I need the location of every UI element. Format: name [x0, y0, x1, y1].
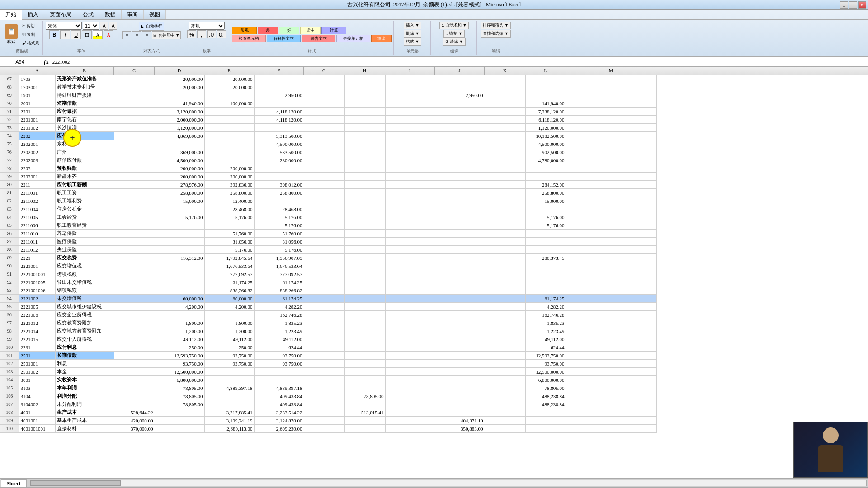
cell-col-b[interactable]: 应交增值税: [55, 262, 114, 270]
cell-col-i[interactable]: [385, 295, 435, 303]
insert-cells-button[interactable]: 插入 ▼: [404, 22, 421, 29]
cell-col-k[interactable]: [485, 417, 525, 425]
cell-col-h[interactable]: [344, 173, 385, 181]
cell-col-a[interactable]: 3001: [19, 376, 55, 384]
table-row[interactable]: 762202002广州369,000.00533,500.00902,500.0…: [0, 148, 656, 156]
cell-col-f[interactable]: 398,012.00: [254, 181, 304, 189]
cell-col-g[interactable]: [304, 75, 344, 83]
cell-col-m[interactable]: [566, 327, 656, 335]
cell-col-a[interactable]: 3103: [19, 384, 55, 392]
cell-col-j[interactable]: [435, 295, 485, 303]
col-header-i[interactable]: I: [385, 67, 435, 75]
cell-col-c[interactable]: [114, 197, 155, 205]
cell-col-j[interactable]: [435, 319, 485, 327]
cell-col-g[interactable]: [304, 270, 344, 278]
col-header-l[interactable]: L: [525, 67, 566, 75]
table-row[interactable]: 872211011医疗保险31,056.0031,056.00: [0, 238, 656, 246]
cell-col-f[interactable]: 31,056.00: [254, 238, 304, 246]
cell-col-i[interactable]: [385, 400, 435, 408]
cell-col-e[interactable]: 4,200.00: [204, 303, 254, 311]
copy-button[interactable]: ⿻ 复制: [21, 31, 41, 38]
cell-col-m[interactable]: [566, 124, 656, 132]
cell-col-e[interactable]: 1,676,533.64: [204, 262, 254, 270]
cell-col-k[interactable]: [485, 254, 525, 262]
cell-col-d[interactable]: [155, 417, 204, 425]
cell-col-d[interactable]: 1,800.00: [155, 319, 204, 327]
cell-col-j[interactable]: [435, 132, 485, 140]
cell-col-k[interactable]: [485, 238, 525, 246]
cell-col-h[interactable]: [344, 335, 385, 343]
col-header-h[interactable]: H: [344, 67, 385, 75]
cell-col-f[interactable]: 5,176.00: [254, 246, 304, 254]
cell-col-c[interactable]: [114, 205, 155, 213]
cell-col-d[interactable]: 200,000.00: [155, 164, 204, 173]
cell-col-g[interactable]: [304, 278, 344, 286]
cell-col-h[interactable]: [344, 213, 385, 221]
cell-col-b[interactable]: 医疗保险: [55, 238, 114, 246]
cell-col-k[interactable]: [485, 156, 525, 164]
cell-col-a[interactable]: 2203001: [19, 173, 55, 181]
cell-col-f[interactable]: 4,500,000.00: [254, 140, 304, 148]
cell-col-g[interactable]: [304, 360, 344, 368]
cell-col-i[interactable]: [385, 360, 435, 368]
cell-col-f[interactable]: 28,468.00: [254, 205, 304, 213]
cell-col-l[interactable]: 1,835.23: [525, 319, 566, 327]
cell-col-h[interactable]: [344, 189, 385, 197]
cell-col-m[interactable]: [566, 221, 656, 230]
cell-col-j[interactable]: [435, 311, 485, 319]
cell-col-f[interactable]: [254, 368, 304, 376]
cell-col-g[interactable]: [304, 262, 344, 270]
table-row[interactable]: 1073104002未分配利润78,805.00409,433.84488,23…: [0, 400, 656, 408]
percent-button[interactable]: %: [187, 30, 196, 38]
cell-col-e[interactable]: 250.00: [204, 343, 254, 352]
cell-col-k[interactable]: [485, 91, 525, 99]
cell-col-f[interactable]: 162,746.28: [254, 311, 304, 319]
cell-col-d[interactable]: 4,869,000.00: [155, 132, 204, 140]
cell-col-a[interactable]: 2211002: [19, 197, 55, 205]
cell-col-h[interactable]: [344, 108, 385, 116]
col-header-c[interactable]: C: [114, 67, 155, 75]
cell-col-k[interactable]: [485, 75, 525, 83]
cell-col-d[interactable]: [155, 91, 204, 99]
cell-col-m[interactable]: [566, 400, 656, 408]
cell-col-a[interactable]: 2201001: [19, 116, 55, 124]
cell-col-f[interactable]: 49,112.00: [254, 335, 304, 343]
cell-col-f[interactable]: 61,174.25: [254, 278, 304, 286]
cell-col-l[interactable]: [525, 238, 566, 246]
cell-col-k[interactable]: [485, 286, 525, 295]
table-row[interactable]: 782203预收账款200,000.00200,000.00: [0, 164, 656, 173]
cell-col-g[interactable]: [304, 400, 344, 408]
decrease-decimal-button[interactable]: 0.: [217, 30, 226, 38]
cell-col-l[interactable]: 141,940.00: [525, 99, 566, 108]
cell-col-d[interactable]: 15,000.00: [155, 197, 204, 205]
cell-col-a[interactable]: 2211004: [19, 205, 55, 213]
cell-col-h[interactable]: [344, 83, 385, 91]
cell-col-e[interactable]: [204, 368, 254, 376]
cell-col-a[interactable]: 2211006: [19, 221, 55, 230]
cell-col-l[interactable]: 902,500.00: [525, 148, 566, 156]
cell-col-h[interactable]: [344, 91, 385, 99]
corner-cell[interactable]: [0, 67, 19, 75]
cell-col-k[interactable]: [485, 262, 525, 270]
tab-page-layout[interactable]: 页面布局: [44, 10, 77, 19]
bold-button[interactable]: B: [49, 30, 59, 39]
cell-col-j[interactable]: [435, 140, 485, 148]
cell-col-i[interactable]: [385, 108, 435, 116]
cell-col-m[interactable]: [566, 384, 656, 392]
cell-col-j[interactable]: [435, 352, 485, 360]
cell-col-b[interactable]: 职工福利费: [55, 197, 114, 205]
cell-col-h[interactable]: [344, 116, 385, 124]
format-painter-button[interactable]: 🖌 格式刷: [21, 39, 41, 47]
table-row[interactable]: 772202003筋信应付款4,500,000.00280,000.004,78…: [0, 156, 656, 164]
cell-col-i[interactable]: [385, 213, 435, 221]
cell-col-l[interactable]: 15,000.00: [525, 197, 566, 205]
cell-col-d[interactable]: 41,940.00: [155, 99, 204, 108]
cell-col-h[interactable]: [344, 238, 385, 246]
style-neutral[interactable]: 适中: [300, 27, 321, 34]
cell-col-d[interactable]: [155, 286, 204, 295]
cell-col-d[interactable]: 49,112.00: [155, 335, 204, 343]
cell-col-c[interactable]: [114, 254, 155, 262]
cell-col-e[interactable]: 838,266.82: [204, 286, 254, 295]
cell-col-b[interactable]: 应付利息: [55, 343, 114, 352]
cell-col-e[interactable]: 777,092.57: [204, 270, 254, 278]
